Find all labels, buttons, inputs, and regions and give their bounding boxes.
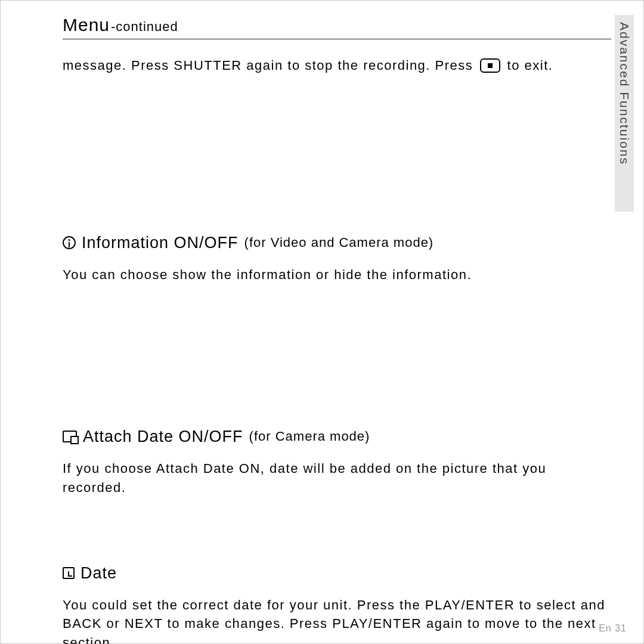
section-date: Date You could set the correct date for … <box>63 564 611 644</box>
intro-paragraph: message. Press SHUTTER again to stop the… <box>63 56 611 75</box>
spacer <box>63 88 611 215</box>
section-mode: (for Video and Camera mode) <box>244 235 434 250</box>
section-body: You could set the correct date for your … <box>63 596 611 644</box>
page-title-suffix: -continued <box>111 19 178 35</box>
spacer <box>63 510 611 545</box>
attach-date-icon <box>63 431 77 442</box>
section-title: Attach Date ON/OFF <box>83 428 243 446</box>
section-body: You can choose show the information or h… <box>63 265 611 284</box>
manual-page: Advanced Functuions Menu -continued mess… <box>0 0 644 644</box>
intro-text-1: message. Press SHUTTER again to stop the… <box>63 58 473 73</box>
section-heading: Attach Date ON/OFF (for Camera mode) <box>63 428 611 446</box>
section-heading: Information ON/OFF (for Video and Camera… <box>63 234 611 252</box>
calendar-icon <box>63 567 75 579</box>
info-icon <box>63 236 76 249</box>
intro-text-2: to exit. <box>507 58 553 73</box>
section-tab-label: Advanced Functuions <box>617 22 631 165</box>
section-title: Date <box>80 564 117 583</box>
spacer <box>63 298 611 408</box>
content-area: Menu -continued message. Press SHUTTER a… <box>63 15 611 644</box>
section-body: If you choose Attach Date ON, date will … <box>63 459 611 497</box>
stop-button-icon <box>480 58 500 73</box>
section-title: Information ON/OFF <box>82 234 239 252</box>
section-attach-date: Attach Date ON/OFF (for Camera mode) If … <box>63 428 611 497</box>
section-mode: (for Camera mode) <box>249 429 370 444</box>
page-title: Menu <box>63 15 110 35</box>
page-number: En 31 <box>599 623 627 634</box>
section-tab: Advanced Functuions <box>615 15 634 212</box>
section-information: Information ON/OFF (for Video and Camera… <box>63 234 611 284</box>
section-heading: Date <box>63 564 611 583</box>
page-title-row: Menu -continued <box>63 15 611 39</box>
